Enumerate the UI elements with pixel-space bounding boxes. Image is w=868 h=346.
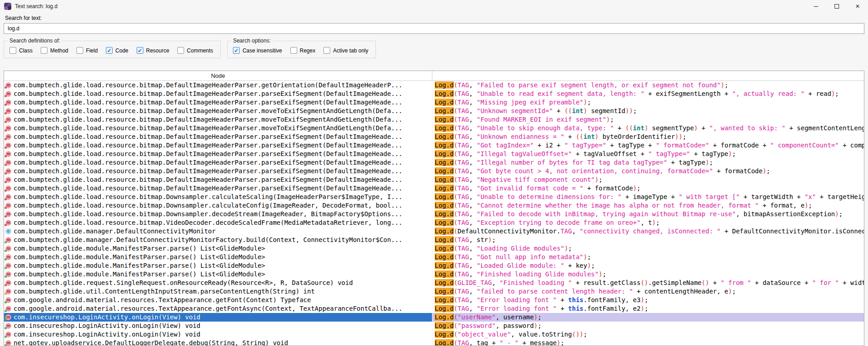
search-result-row[interactable]: mcom.google.android.material.resources.T… [4,304,864,313]
code-token: , [469,245,477,252]
code-token: "Unable to read exif segment data, lengt… [477,90,645,97]
code-column-header[interactable] [432,71,864,81]
search-result-row[interactable]: mcom.google.android.material.resources.T… [4,296,864,304]
method-icon: m [5,91,11,97]
search-result-row[interactable]: mnet.gotev.uploadservice.DefaultLoggerDe… [4,339,864,346]
code-token: ( [454,236,457,243]
checkbox-label: Comments [187,47,213,54]
code-token: ) [595,133,598,140]
definitions-group-title: Search definitions of: [8,38,62,44]
search-result-row[interactable]: mcom.bumptech.glide.load.resource.bitmap… [4,218,864,227]
search-result-row[interactable]: mcom.bumptech.glide.load.resource.bitmap… [4,193,864,201]
method-icon: m [5,185,11,191]
search-result-row[interactable]: mcom.bumptech.glide.load.resource.bitmap… [4,98,864,107]
code-token: Log.d [435,262,454,269]
node-cell: mcom.bumptech.glide.load.resource.bitmap… [4,141,432,150]
search-result-row[interactable]: mcom.insecureshop.LoginActivity.onLogin(… [4,313,864,322]
code-token: ( [454,133,457,140]
class-icon: c [5,228,11,234]
search-result-row[interactable]: mcom.bumptech.glide.manager.DefaultConne… [4,236,864,244]
code-token: Log.d [435,219,454,226]
results-header: Node [4,71,864,81]
code-token: ) [831,90,835,97]
search-result-row[interactable]: mcom.bumptech.glide.load.resource.bitmap… [4,150,864,158]
search-result-row[interactable]: mcom.bumptech.glide.load.resource.bitmap… [4,201,864,210]
checkbox-case-insensitive[interactable]: Case insensitive [233,47,282,54]
search-result-row[interactable]: mcom.bumptech.glide.load.resource.bitmap… [4,107,864,115]
search-result-row[interactable]: mcom.bumptech.glide.module.ManifestParse… [4,244,864,253]
code-token: ( [454,322,457,329]
search-result-row[interactable]: mcom.bumptech.glide.module.ManifestParse… [4,270,864,279]
search-result-row[interactable]: ccom.bumptech.glide.manager.DefaultConne… [4,227,864,236]
code-token: + [698,124,709,132]
code-token: " from " [721,279,751,286]
checkbox-regex[interactable]: Regex [290,47,316,54]
code-token: "Unable to skip enough data, type: " [477,124,614,132]
code-token: ; [808,202,812,209]
close-button[interactable]: ✕ [847,0,868,13]
search-result-row[interactable]: mcom.bumptech.glide.load.resource.bitmap… [4,133,864,141]
checkbox-icon [323,47,330,54]
restore-icon [835,4,839,9]
minimize-icon [814,6,818,7]
node-text: com.insecureshop.LoginActivity.onLogin(V… [14,313,200,322]
checkbox-icon [137,47,143,54]
code-token: TAG [458,253,469,261]
code-token: TAG [458,107,469,114]
search-result-row[interactable]: mcom.bumptech.glide.load.resource.bitmap… [4,210,864,218]
checkbox-active-tab-only[interactable]: Active tab only [323,47,368,54]
code-token: , [469,185,477,192]
search-result-row[interactable]: mcom.bumptech.glide.util.ContentLengthIn… [4,287,864,296]
search-input[interactable] [4,23,864,34]
minimize-button[interactable] [806,0,826,13]
code-token: + key [564,262,588,269]
checkbox-class[interactable]: Class [9,47,33,54]
checkbox-resource[interactable]: Resource [137,47,169,54]
checkbox-code[interactable]: Code [106,47,128,54]
code-token: TAG [458,142,469,149]
search-result-row[interactable]: mcom.bumptech.glide.load.resource.bitmap… [4,158,864,167]
code-token: int [633,124,644,132]
code-token: Log.d [435,331,454,338]
search-result-row[interactable]: mcom.insecureshop.LoginActivity.onLogin(… [4,322,864,330]
code-token: (( [576,133,583,140]
checkbox-field[interactable]: Field [76,47,98,54]
code-token: ( [454,270,457,278]
node-text: com.google.android.material.resources.Te… [14,296,311,304]
search-result-row[interactable]: mcom.bumptech.glide.load.resource.bitmap… [4,124,864,133]
code-token: TAG [458,133,469,140]
option-groups: Search definitions of: ClassMethodFieldC… [4,41,376,58]
code-token: , [469,210,477,218]
method-icon: m [5,314,11,320]
code-token: , username [496,313,534,321]
node-cell: mcom.bumptech.glide.load.resource.bitmap… [4,184,432,193]
code-token: ; [610,116,614,123]
code-token: ) [583,253,587,261]
search-result-row[interactable]: mcom.bumptech.glide.load.resource.bitmap… [4,141,864,150]
search-result-row[interactable]: mcom.insecureshop.LoginActivity.onLogin(… [4,330,864,339]
restore-button[interactable] [826,0,847,13]
search-result-row[interactable]: mcom.bumptech.glide.load.resource.bitmap… [4,115,864,124]
node-text: com.bumptech.glide.load.resource.bitmap.… [14,201,403,210]
code-token: ) [557,339,560,346]
search-result-row[interactable]: mcom.bumptech.glide.load.resource.bitmap… [4,90,864,98]
method-icon: m [5,246,11,251]
search-result-row[interactable]: mcom.bumptech.glide.request.SingleReques… [4,279,864,287]
checkbox-method[interactable]: Method [41,47,68,54]
node-column-header[interactable]: Node [4,71,432,81]
search-result-row[interactable]: mcom.bumptech.glide.load.resource.bitmap… [4,184,864,193]
method-icon: m [5,271,11,277]
code-token: + componentCount [839,142,864,149]
search-result-row[interactable]: mcom.bumptech.glide.load.resource.bitmap… [4,175,864,184]
code-preview: Log.d(GLIDE_TAG, "Finished loading " + r… [432,279,864,287]
code-token: ; [587,99,591,106]
checkbox-comments[interactable]: Comments [177,47,213,54]
search-result-row[interactable]: mcom.bumptech.glide.module.ManifestParse… [4,261,864,270]
search-result-row[interactable]: mcom.bumptech.glide.load.resource.bitmap… [4,167,864,175]
search-result-row[interactable]: mcom.bumptech.glide.module.ManifestParse… [4,253,864,261]
code-token: , [469,116,477,123]
node-cell: mcom.google.android.material.resources.T… [4,296,432,304]
code-token: , t [640,219,652,226]
search-result-row[interactable]: mcom.bumptech.glide.load.resource.bitmap… [4,81,864,90]
method-icon: m [5,134,11,140]
